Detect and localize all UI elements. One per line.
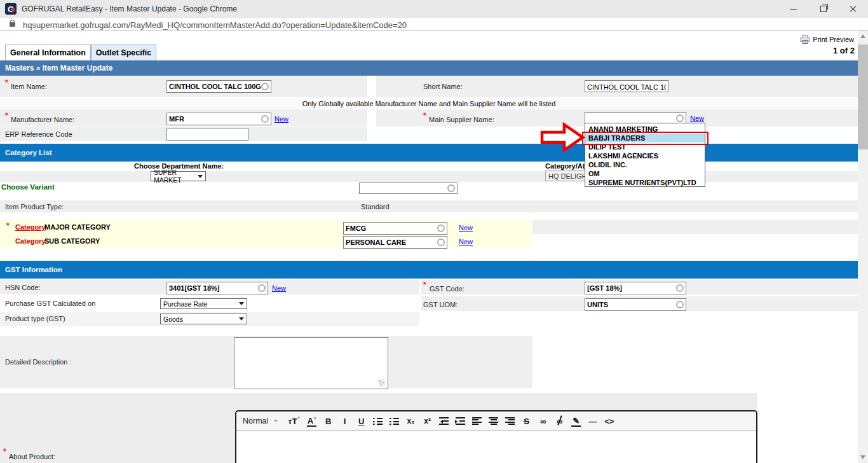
- close-button[interactable]: [838, 0, 868, 18]
- lookup-icon[interactable]: [258, 284, 266, 292]
- sub-category-field: [343, 236, 447, 249]
- vertical-scrollbar[interactable]: [858, 31, 868, 463]
- title-bar: G GOFRUGAL RetailEasy - Item Master Upda…: [0, 0, 868, 18]
- item-name-label: Item Name:: [11, 83, 47, 90]
- unordered-list-icon[interactable]: [390, 417, 399, 425]
- purchase-gst-select-value: Purchase Rate: [163, 300, 207, 308]
- subscript-icon[interactable]: x₂: [406, 415, 416, 427]
- italic-icon[interactable]: I: [340, 415, 349, 427]
- major-category-input[interactable]: [344, 223, 447, 234]
- detailed-description-textarea[interactable]: [234, 337, 388, 389]
- supplier-option[interactable]: BABJI TRADERS: [585, 134, 705, 142]
- supplier-new-link[interactable]: New: [690, 114, 704, 122]
- variant-input[interactable]: [360, 183, 457, 193]
- lookup-icon[interactable]: [261, 115, 269, 123]
- supplier-dropdown: ANAND MARKETING BABJI TRADERS DILIP TEST…: [585, 123, 705, 187]
- category-row-right-bg: [532, 220, 858, 234]
- gst-uom-input[interactable]: [585, 299, 686, 310]
- superscript-icon[interactable]: x²: [423, 415, 432, 427]
- short-name-label: Short Name:: [423, 83, 463, 90]
- hsn-code-input[interactable]: [167, 282, 268, 294]
- product-type-gst-select[interactable]: Goods: [160, 314, 247, 324]
- align-center-icon[interactable]: [489, 417, 498, 425]
- scrollbar-thumb[interactable]: [858, 45, 868, 149]
- gst-code-label: GST Code:: [430, 285, 465, 293]
- highlight-icon[interactable]: ✎: [571, 415, 581, 427]
- lookup-icon[interactable]: [437, 225, 445, 232]
- short-name-input[interactable]: [585, 82, 668, 93]
- detailed-description-label: Detailed Description :: [5, 358, 72, 366]
- window-title: GOFRUGAL RetailEasy - Item Master Update…: [22, 4, 237, 13]
- erp-reference-field: [166, 128, 248, 141]
- print-preview-button[interactable]: Print Preview: [800, 34, 854, 44]
- supplier-option[interactable]: ANAND MARKETING: [585, 125, 705, 134]
- supplier-option[interactable]: OLIDIL INC.: [585, 160, 705, 169]
- product-type-gst-label: Product type (GST): [5, 315, 65, 322]
- major-category-new-link[interactable]: New: [459, 224, 473, 232]
- ordered-list-icon[interactable]: [373, 417, 383, 425]
- supplier-option[interactable]: LAKSHMI AGENCIES: [585, 151, 705, 160]
- supplier-option[interactable]: DILIP TEST: [585, 142, 705, 151]
- outdent-icon[interactable]: [439, 417, 449, 425]
- lock-icon[interactable]: [10, 22, 15, 27]
- minimize-button[interactable]: [778, 0, 808, 18]
- align-left-icon[interactable]: [472, 417, 482, 425]
- about-product-editor: Normal ᴛT A B I U: [235, 410, 757, 463]
- font-color-icon[interactable]: A: [307, 416, 316, 427]
- sub-category-name: SUB CATEGORY: [44, 237, 100, 245]
- paragraph-style-select[interactable]: Normal: [243, 417, 278, 425]
- lookup-icon[interactable]: [676, 284, 684, 292]
- row-department-bg: [0, 171, 858, 182]
- gst-information-header: GST Information: [0, 261, 858, 279]
- address-bar[interactable]: hqsupermarket.gofrugal.com/RayMedi_HQ/co…: [0, 18, 868, 31]
- printer-icon: [800, 35, 810, 44]
- required-marker: *: [5, 111, 8, 120]
- scroll-up-icon[interactable]: [860, 34, 865, 38]
- lookup-icon[interactable]: [261, 83, 269, 90]
- sub-category-new-link[interactable]: New: [459, 238, 473, 245]
- sub-category-input[interactable]: [344, 237, 447, 248]
- print-preview-label: Print Preview: [813, 36, 854, 43]
- manufacturer-new-link[interactable]: New: [275, 115, 288, 123]
- erp-reference-input[interactable]: [167, 129, 248, 141]
- hsn-new-link[interactable]: New: [272, 284, 286, 292]
- url-text[interactable]: hqsupermarket.gofrugal.com/RayMedi_HQ/co…: [23, 20, 407, 30]
- strikethrough-icon[interactable]: S: [522, 415, 531, 427]
- breadcrumb: Masters » Item Master Update: [0, 60, 858, 76]
- manufacturer-input[interactable]: [167, 113, 271, 125]
- purchase-gst-select[interactable]: Purchase Rate: [160, 298, 247, 309]
- about-product-label: About Product:: [9, 453, 55, 460]
- unlink-icon[interactable]: ∞: [555, 415, 564, 427]
- code-view-icon[interactable]: <>: [604, 415, 614, 427]
- bold-icon[interactable]: B: [323, 415, 333, 427]
- page-indicator: 1 of 2: [833, 46, 855, 55]
- maximize-button[interactable]: [808, 0, 838, 18]
- lookup-icon[interactable]: [437, 238, 445, 246]
- editor-content[interactable]: [236, 431, 756, 463]
- underline-icon[interactable]: U: [356, 415, 366, 427]
- department-select[interactable]: SUPER MARKET: [151, 171, 206, 181]
- link-icon[interactable]: ∞: [538, 415, 548, 427]
- scroll-down-icon[interactable]: [860, 455, 865, 459]
- resize-grip-icon[interactable]: [379, 380, 385, 386]
- supplier-option[interactable]: OM: [585, 169, 705, 178]
- indent-icon[interactable]: [456, 417, 465, 425]
- required-marker: *: [6, 221, 10, 230]
- supplier-option[interactable]: SUPREME NUTRIENTS(PVT)LTD: [585, 178, 705, 187]
- lookup-icon[interactable]: [676, 114, 684, 122]
- restore-icon: [820, 6, 827, 12]
- align-right-icon[interactable]: [505, 417, 515, 425]
- lookup-icon[interactable]: [447, 184, 455, 192]
- category-link-major[interactable]: Category: [15, 223, 46, 231]
- tab-general-information[interactable]: General Information: [5, 45, 91, 60]
- chevron-down-icon: [239, 302, 244, 305]
- item-name-input[interactable]: [167, 81, 271, 92]
- gst-code-input[interactable]: [585, 282, 686, 294]
- tab-outlet-specific[interactable]: Outlet Specific: [91, 45, 157, 60]
- main-supplier-label: Main Supplier Name:: [429, 116, 494, 123]
- gst-code-field: [585, 282, 686, 294]
- font-size-icon[interactable]: ᴛT: [288, 415, 300, 427]
- lookup-icon[interactable]: [676, 301, 684, 308]
- horizontal-rule-icon[interactable]: —: [588, 415, 597, 427]
- row-product-type-bg: [0, 200, 858, 212]
